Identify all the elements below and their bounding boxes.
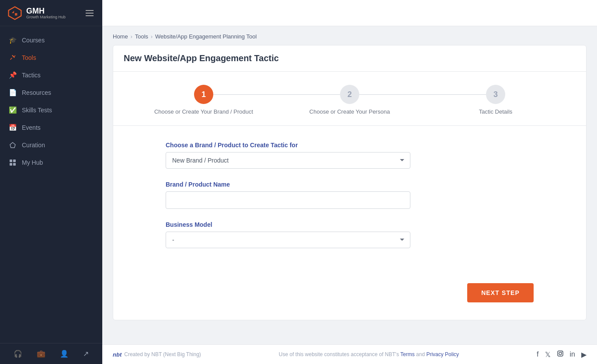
headphones-icon[interactable]: 🎧 xyxy=(14,350,22,358)
nbt-logo: nbt xyxy=(113,351,121,358)
share-icon[interactable]: ↗ xyxy=(83,350,89,358)
logo-icon xyxy=(7,5,23,21)
sidebar-item-label: Tools xyxy=(22,54,36,61)
site-footer: nbt Created by NBT (Next Big Thing) Use … xyxy=(102,344,597,364)
footer-left: nbt Created by NBT (Next Big Thing) xyxy=(113,351,201,358)
briefcase-icon[interactable]: 💼 xyxy=(37,350,45,358)
breadcrumb-tools[interactable]: Tools xyxy=(135,33,148,40)
sidebar-item-label: Courses xyxy=(22,37,45,44)
sidebar-item-events[interactable]: 📅 Events xyxy=(0,119,102,136)
footer-center: Use of this website constitutes acceptan… xyxy=(279,351,459,357)
svg-point-9 xyxy=(561,352,562,353)
sidebar-item-label: Curation xyxy=(22,142,45,149)
logo-subtext: Growth Marketing Hub xyxy=(26,15,66,19)
business-model-label: Business Model xyxy=(166,221,534,228)
sidebar-footer: 🎧 💼 👤 ↗ xyxy=(0,343,102,364)
svg-rect-7 xyxy=(558,351,563,356)
step-1: 1 Choose or Create Your Brand / Product xyxy=(131,85,277,115)
tactics-icon: 📌 xyxy=(9,71,17,79)
svg-point-8 xyxy=(559,352,562,355)
footer-terms-link[interactable]: Terms xyxy=(400,351,415,357)
footer-created-by: Created by NBT (Next Big Thing) xyxy=(124,351,201,357)
svg-rect-3 xyxy=(10,159,12,162)
sidebar-nav: 🎓 Courses Tools 📌 Tactics 📄 xyxy=(0,26,102,343)
sidebar-item-label: Resources xyxy=(22,89,51,96)
footer-terms-text: Use of this website constitutes acceptan… xyxy=(279,351,399,357)
sidebar-item-label: Tactics xyxy=(22,72,41,79)
sidebar-item-courses[interactable]: 🎓 Courses xyxy=(0,31,102,49)
step-3: 3 Tactic Details xyxy=(423,85,569,115)
breadcrumb-current: Website/App Engagement Planning Tool xyxy=(155,33,257,40)
sidebar-item-tactics[interactable]: 📌 Tactics xyxy=(0,66,102,84)
footer-privacy-link[interactable]: Privacy Policy xyxy=(426,351,459,357)
skills-tests-icon: ✅ xyxy=(9,106,17,114)
logo-area: GMH Growth Marketing Hub xyxy=(7,5,66,21)
brand-select-group: Choose a Brand / Product to Create Tacti… xyxy=(166,142,534,169)
svg-marker-2 xyxy=(10,142,15,148)
main-content: Home › Tools › Website/App Engagement Pl… xyxy=(102,0,597,364)
events-icon: 📅 xyxy=(9,124,17,132)
hamburger-button[interactable] xyxy=(84,8,95,18)
tools-icon xyxy=(9,54,17,62)
sidebar-item-skills-tests[interactable]: ✅ Skills Tests xyxy=(0,101,102,119)
brand-name-input[interactable] xyxy=(166,191,410,209)
curation-icon xyxy=(9,141,17,149)
svg-rect-6 xyxy=(13,163,16,166)
logo-text: GMH xyxy=(26,7,66,15)
steps-bar: 1 Choose or Create Your Brand / Product … xyxy=(113,72,586,126)
footer-and-text: and xyxy=(416,351,425,357)
breadcrumb-sep-1: › xyxy=(131,34,132,40)
user-icon[interactable]: 👤 xyxy=(60,350,69,358)
sidebar-item-my-hub[interactable]: My Hub xyxy=(0,154,102,171)
youtube-icon[interactable]: ▶ xyxy=(581,350,587,359)
brand-select[interactable]: New Brand / Product xyxy=(166,152,410,169)
step-3-label: Tactic Details xyxy=(479,108,513,115)
sidebar-item-curation[interactable]: Curation xyxy=(0,136,102,154)
step-2: 2 Choose or Create Your Persona xyxy=(277,85,423,115)
svg-rect-5 xyxy=(10,163,12,166)
brand-name-label: Brand / Product Name xyxy=(166,181,534,188)
sidebar-header: GMH Growth Marketing Hub xyxy=(0,0,102,26)
brand-name-group: Brand / Product Name xyxy=(166,181,534,209)
svg-rect-4 xyxy=(13,159,16,162)
step-2-circle: 2 xyxy=(340,85,359,104)
sidebar-item-label: My Hub xyxy=(22,159,43,166)
linkedin-icon[interactable]: in xyxy=(570,350,575,358)
step-1-circle: 1 xyxy=(194,85,213,104)
sidebar-item-resources[interactable]: 📄 Resources xyxy=(0,84,102,101)
business-model-group: Business Model - xyxy=(166,221,534,248)
breadcrumb-home[interactable]: Home xyxy=(113,33,128,40)
courses-icon: 🎓 xyxy=(9,36,17,44)
business-model-select[interactable]: - xyxy=(166,232,410,248)
card-title-bar: New Website/App Engagement Tactic xyxy=(113,45,586,72)
breadcrumb-sep-2: › xyxy=(151,34,153,40)
form-area: Choose a Brand / Product to Create Tacti… xyxy=(113,126,586,274)
footer-right: f 𝕏 in ▶ xyxy=(537,350,587,359)
sidebar-item-label: Events xyxy=(22,124,41,131)
sidebar: GMH Growth Marketing Hub 🎓 Courses xyxy=(0,0,102,364)
step-3-circle: 3 xyxy=(486,85,505,104)
next-step-button[interactable]: NEXT STEP xyxy=(467,283,534,302)
step-2-label: Choose or Create Your Persona xyxy=(309,108,390,115)
topbar xyxy=(102,0,597,26)
resources-icon: 📄 xyxy=(9,89,17,97)
btn-area: NEXT STEP xyxy=(113,274,586,320)
page-title: New Website/App Engagement Tactic xyxy=(124,53,576,63)
step-1-label: Choose or Create Your Brand / Product xyxy=(154,108,253,115)
twitter-icon[interactable]: 𝕏 xyxy=(545,350,551,359)
sidebar-item-label: Skills Tests xyxy=(22,107,52,114)
instagram-icon[interactable] xyxy=(557,350,564,359)
breadcrumb: Home › Tools › Website/App Engagement Pl… xyxy=(102,26,597,45)
my-hub-icon xyxy=(9,159,17,166)
page-card: New Website/App Engagement Tactic 1 Choo… xyxy=(113,45,587,320)
brand-select-label: Choose a Brand / Product to Create Tacti… xyxy=(166,142,534,149)
facebook-icon[interactable]: f xyxy=(537,350,538,358)
sidebar-item-tools[interactable]: Tools xyxy=(0,49,102,66)
